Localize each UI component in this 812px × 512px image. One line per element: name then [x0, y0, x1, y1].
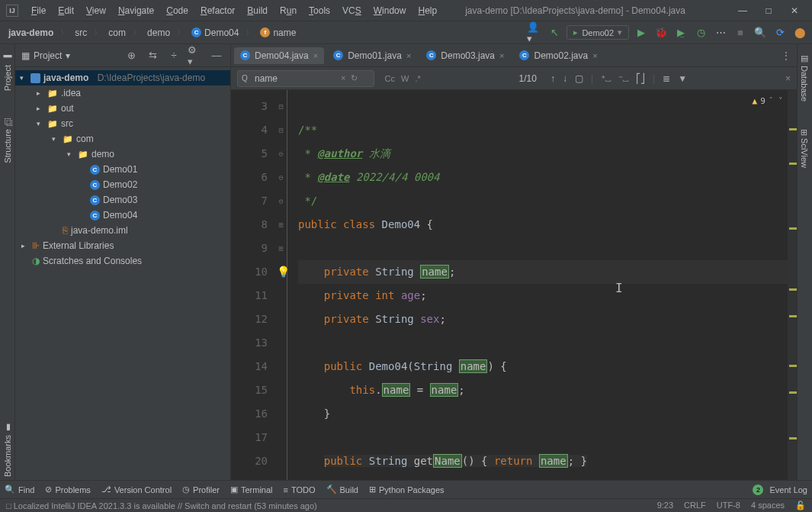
collapse-all-icon[interactable]: ÷ [166, 48, 181, 63]
minimize-button[interactable]: — [737, 5, 748, 16]
python-packages-tool[interactable]: ⊞ Python Packages [369, 485, 445, 494]
remove-selection-icon[interactable]: ⁻⎵ [618, 73, 628, 84]
project-tool-tab[interactable]: Project ▬ [2, 50, 14, 94]
crumb-com[interactable]: com [104, 26, 130, 40]
menu-run[interactable]: Run [274, 3, 302, 18]
tree-demo[interactable]: ▾📁demo [15, 147, 230, 162]
terminal-tool[interactable]: ▣ Terminal [230, 485, 273, 494]
rollback-icon[interactable]: ↖ [547, 25, 562, 40]
crumb-src[interactable]: src [71, 26, 91, 40]
status-caret-pos[interactable]: 9:23 [657, 501, 673, 510]
match-case-toggle[interactable]: Cc [385, 74, 395, 83]
tree-file-demo01[interactable]: CDemo01 [15, 162, 230, 177]
tree-external-libs[interactable]: ▸⊪External Libraries [15, 238, 230, 253]
stop-button[interactable]: ■ [733, 25, 748, 40]
tree-idea[interactable]: ▸📁.idea [15, 85, 230, 101]
profile-button[interactable]: ◷ [693, 25, 708, 40]
inspection-widget[interactable]: ▲9 ˆ ˅ [753, 96, 784, 106]
tree-src[interactable]: ▾📁src [15, 116, 230, 131]
clear-search-icon[interactable]: × ↻ [341, 73, 358, 83]
tree-file-demo04[interactable]: CDemo04 [15, 208, 230, 223]
words-toggle[interactable]: W [401, 74, 409, 83]
crumb-class[interactable]: CDemo04 [188, 26, 242, 40]
error-stripe[interactable] [788, 90, 797, 480]
prev-match-icon[interactable]: ↑ [550, 73, 555, 84]
menu-help[interactable]: Help [412, 3, 442, 18]
next-match-icon[interactable]: ↓ [563, 73, 567, 84]
vcs-tool[interactable]: ⎇ Version Control [101, 485, 172, 494]
tab-demo02[interactable]: CDemo02.java× [513, 47, 603, 64]
status-readonly-icon[interactable]: 🔓 [795, 501, 806, 510]
tree-scratches[interactable]: ◑Scratches and Consoles [15, 253, 230, 269]
profiler-tool[interactable]: ◷ Profiler [182, 485, 220, 494]
close-tab-icon[interactable]: × [592, 51, 597, 60]
hide-panel-icon[interactable]: — [209, 48, 224, 63]
menu-view[interactable]: View [81, 3, 111, 18]
find-tool[interactable]: 🔍 Find [5, 485, 34, 494]
menu-edit[interactable]: Edit [53, 3, 79, 18]
fold-gutter[interactable]: ⊟⊟⊖⊖⊖⊞⊞ [275, 90, 287, 480]
menu-vcs[interactable]: VCS [337, 3, 367, 18]
sciview-tool-tab[interactable]: ⊞ SciView [798, 126, 811, 171]
code-editor[interactable]: ▲9 ˆ ˅ 345678910111213141516172021 ⊟⊟⊖⊖⊖… [231, 90, 797, 480]
menu-window[interactable]: Window [368, 3, 412, 18]
select-all-icon[interactable]: ▢ [575, 73, 583, 84]
tree-com[interactable]: ▾📁com [15, 131, 230, 147]
menu-file[interactable]: File [26, 3, 51, 18]
tree-project-root[interactable]: ▾java-demo D:\IdeaProjects\java-demo [15, 70, 230, 85]
event-log-tool[interactable]: Event Log [769, 485, 807, 494]
status-indent[interactable]: 4 spaces [751, 501, 785, 510]
status-encoding[interactable]: UTF-8 [717, 501, 740, 510]
tree-file-demo02[interactable]: CDemo02 [15, 177, 230, 192]
sync-icon[interactable]: ⟳ [772, 25, 788, 40]
close-find-icon[interactable]: × [785, 73, 791, 84]
regex-toggle[interactable]: .* [415, 74, 420, 83]
close-button[interactable]: ✕ [789, 5, 800, 16]
plugin-icon[interactable]: ⬤ [792, 25, 807, 40]
tree-iml[interactable]: ⎘java-demo.iml [15, 223, 230, 238]
code-body[interactable]: /** * @author 水滴 * @date 2022/4/4 0004 *… [287, 90, 788, 480]
select-opened-icon[interactable]: ⊕ [124, 48, 139, 63]
filter-icon[interactable]: ▼ [678, 73, 687, 84]
search-everywhere-icon[interactable]: 🔍 [753, 25, 768, 40]
tabs-menu-icon[interactable]: ⋮ [778, 47, 794, 64]
run-config-select[interactable]: ▸Demo02▾ [566, 25, 629, 40]
menu-build[interactable]: Build [242, 3, 273, 18]
close-tab-icon[interactable]: × [406, 51, 411, 60]
tree-out[interactable]: ▸📁out [15, 101, 230, 116]
tree-file-demo03[interactable]: CDemo03 [15, 192, 230, 208]
select-all-occurrences-icon[interactable]: ⎡⎦ [636, 73, 645, 84]
status-message[interactable]: □ Localized IntelliJ IDEA 2021.3.3 is av… [6, 501, 317, 510]
todo-tool[interactable]: ≡ TODO [284, 485, 316, 494]
menu-tools[interactable]: Tools [303, 3, 335, 18]
bookmarks-tool-tab[interactable]: Bookmarks ▮ [1, 420, 14, 480]
toggle-filter-icon[interactable]: ≣ [663, 73, 670, 84]
run-button[interactable]: ▶ [634, 25, 649, 40]
debug-button[interactable]: 🐞 [653, 25, 669, 40]
status-line-sep[interactable]: CRLF [684, 501, 706, 510]
coverage-button[interactable]: ▶̤ [673, 25, 688, 40]
add-selection-icon[interactable]: ⁺⎵ [601, 73, 611, 84]
maximize-button[interactable]: □ [763, 5, 774, 16]
crumb-field[interactable]: fname [256, 26, 300, 40]
tab-demo03[interactable]: CDemo03.java× [420, 47, 510, 64]
database-tool-tab[interactable]: ▤ Database [798, 50, 811, 105]
crumb-demo[interactable]: demo [143, 26, 174, 40]
menu-refactor[interactable]: Refactor [195, 3, 240, 18]
intention-bulb-icon[interactable]: 💡 [277, 260, 290, 284]
tab-demo04[interactable]: CDemo04.java× [234, 47, 324, 64]
tab-demo01[interactable]: CDemo01.java× [327, 47, 417, 64]
menu-code[interactable]: Code [161, 3, 194, 18]
structure-tool-tab[interactable]: Structure ⿻ [2, 115, 14, 166]
close-tab-icon[interactable]: × [499, 51, 504, 60]
menu-navigate[interactable]: Navigate [113, 3, 159, 18]
add-user-icon[interactable]: 👤▾ [527, 25, 542, 40]
build-tool[interactable]: 🔨 Build [326, 485, 358, 494]
settings-icon[interactable]: ⚙ ▾ [188, 48, 203, 63]
project-panel-title[interactable]: ▦ Project ▾ [21, 50, 70, 61]
crumb-project[interactable]: java-demo [5, 26, 57, 40]
more-run-icon[interactable]: ⋯ [713, 25, 728, 40]
problems-tool[interactable]: ⊘ Problems [45, 485, 90, 494]
expand-all-icon[interactable]: ⇆ [145, 48, 160, 63]
close-tab-icon[interactable]: × [313, 51, 318, 60]
